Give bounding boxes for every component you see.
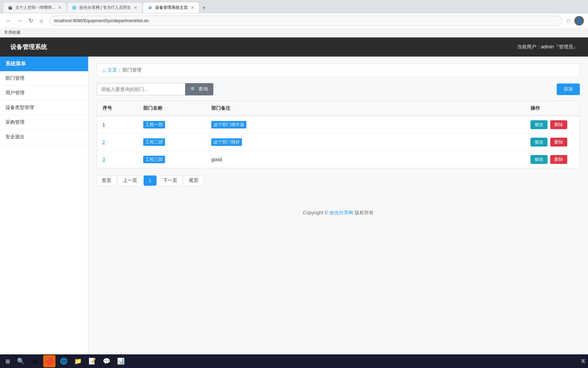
th-remark: 部门备注 bbox=[206, 101, 525, 116]
dept-name-link-3[interactable]: 工程三部 bbox=[143, 156, 165, 163]
pagination-next[interactable]: 下一页 bbox=[158, 175, 182, 186]
address-bar-row: ← → ↻ ⌂ ☆ 👤 bbox=[0, 13, 588, 28]
tab-3-close[interactable]: ✕ bbox=[191, 5, 194, 10]
browser-chrome: 🎬 太个人空间 - 哔哩哔... ✕ 🌐 拾光分享网 | 专为IT人员而生 ✕ … bbox=[0, 0, 588, 37]
remark-highlight-1: 这个部门很牛逼 bbox=[211, 121, 246, 128]
tab-2-close[interactable]: ✕ bbox=[134, 5, 137, 10]
sidebar-item-equip-type[interactable]: 设备类型管理 bbox=[0, 101, 88, 115]
delete-button-2[interactable]: 删除 bbox=[550, 138, 567, 147]
remark-highlight-2: 这个部门很好 bbox=[211, 138, 242, 146]
taskbar-icon-app[interactable]: 📊 bbox=[115, 355, 127, 356]
cell-remark-3: good bbox=[206, 151, 525, 168]
add-button[interactable]: 添加 bbox=[557, 83, 580, 95]
cell-name-1: 工程一部 bbox=[138, 116, 206, 134]
cell-action-3: 修改 删除 bbox=[525, 151, 579, 168]
sidebar-item-user[interactable]: 用户管理 bbox=[0, 86, 88, 101]
nav-buttons: ← → ↻ ⌂ bbox=[4, 16, 46, 26]
taskbar-icon-file[interactable]: 📁 bbox=[72, 355, 84, 356]
bookmark-bar-text: 常用收藏 bbox=[4, 30, 20, 35]
app-title: 设备管理系统 bbox=[10, 43, 47, 51]
pagination-prev[interactable]: 上一页 bbox=[118, 175, 142, 186]
cell-remark-1: 这个部门很牛逼 bbox=[206, 116, 525, 134]
back-button[interactable]: ← bbox=[4, 16, 14, 26]
taskbar-icon-word[interactable]: 📝 bbox=[86, 355, 98, 356]
cell-seq-3: 3 bbox=[97, 151, 138, 168]
dept-name-link-1[interactable]: 工程一部 bbox=[143, 121, 165, 128]
user-account-button[interactable]: 👤 bbox=[574, 16, 584, 26]
search-icon: 🔍 bbox=[191, 87, 196, 92]
tab-1-favicon: 🎬 bbox=[8, 5, 13, 10]
breadcrumb-current: 部门管理 bbox=[122, 67, 142, 73]
bookmark-bar: 常用收藏 bbox=[0, 28, 588, 37]
th-seq: 序号 bbox=[97, 101, 138, 116]
remark-text-3: good bbox=[211, 157, 222, 162]
delete-button-3[interactable]: 删除 bbox=[550, 155, 567, 164]
taskbar-icon-wechat[interactable]: 💬 bbox=[100, 355, 113, 356]
th-action: 操作 bbox=[525, 101, 579, 116]
app-body: 系统菜单 部门管理 用户管理 设备类型管理 采购管理 安全退出 ⌂ 主页 / 部… bbox=[0, 57, 588, 356]
dept-name-link-2[interactable]: 工程二部 bbox=[143, 138, 165, 146]
main-content: ⌂ 主页 / 部门管理 🔍 查询 添加 序号 部门名称 bbox=[88, 57, 588, 356]
address-input[interactable] bbox=[50, 16, 562, 26]
tab-3-title: 设备管理系统主页 bbox=[155, 5, 188, 11]
taskbar: ⊞ 🔍 🗂 🔴 🌐 📁 📝 💬 📊 英 bbox=[0, 354, 588, 356]
edit-button-3[interactable]: 修改 bbox=[530, 155, 548, 164]
tab-1[interactable]: 🎬 太个人空间 - 哔哩哔... ✕ bbox=[3, 2, 67, 13]
footer-link[interactable]: 拾光分享网 bbox=[329, 210, 353, 215]
taskbar-icon-1[interactable]: 🔴 bbox=[43, 355, 55, 356]
sidebar-item-purchase[interactable]: 采购管理 bbox=[0, 115, 88, 130]
table-row: 1 工程一部 这个部门很牛逼 修改 删除 bbox=[97, 116, 579, 134]
taskbar-icon-chrome[interactable]: 🌐 bbox=[58, 355, 70, 356]
cell-name-3: 工程三部 bbox=[138, 151, 206, 168]
cell-seq-1: 1 bbox=[97, 116, 138, 134]
pagination-first[interactable]: 首页 bbox=[97, 175, 116, 186]
bookmark-star-icon[interactable]: ☆ bbox=[566, 17, 571, 25]
new-tab-button[interactable]: + bbox=[199, 3, 209, 13]
seq-link-2[interactable]: 2 bbox=[102, 139, 105, 145]
tab-2[interactable]: 🌐 拾光分享网 | 专为IT人员而生 ✕ bbox=[67, 2, 143, 13]
pagination-last[interactable]: 尾页 bbox=[184, 175, 203, 186]
table-row: 2 工程二部 这个部门很好 修改 删除 bbox=[97, 134, 579, 151]
sidebar-item-logout[interactable]: 安全退出 bbox=[0, 130, 88, 144]
tab-3-favicon: ⚙️ bbox=[148, 5, 152, 10]
toolbar: 🔍 查询 添加 bbox=[97, 83, 580, 95]
tab-1-close[interactable]: ✕ bbox=[58, 5, 62, 10]
cell-seq-2: 2 bbox=[97, 134, 138, 151]
cell-action-2: 修改 删除 bbox=[525, 134, 579, 151]
breadcrumb: ⌂ 主页 / 部门管理 bbox=[97, 63, 580, 77]
search-button[interactable]: 🔍 查询 bbox=[185, 83, 213, 95]
home-button[interactable]: ⌂ bbox=[37, 16, 46, 26]
footer-suffix: 版权所有 bbox=[353, 210, 374, 215]
search-area: 🔍 查询 bbox=[97, 83, 213, 95]
sidebar: 系统菜单 部门管理 用户管理 设备类型管理 采购管理 安全退出 bbox=[0, 57, 88, 356]
cell-name-2: 工程二部 bbox=[138, 134, 206, 151]
tab-1-title: 太个人空间 - 哔哩哔... bbox=[15, 5, 55, 11]
cell-action-1: 修改 删除 bbox=[525, 116, 579, 134]
sidebar-item-dept[interactable]: 部门管理 bbox=[0, 71, 88, 86]
tab-2-title: 拾光分享网 | 专为IT人员而生 bbox=[79, 5, 131, 11]
edit-button-1[interactable]: 修改 bbox=[530, 120, 548, 129]
breadcrumb-separator: / bbox=[119, 67, 120, 73]
home-icon: ⌂ bbox=[102, 67, 105, 73]
table-header-row: 序号 部门名称 部门备注 操作 bbox=[97, 101, 579, 116]
taskbar-task-view[interactable]: 🗂 bbox=[29, 355, 41, 356]
edit-button-2[interactable]: 修改 bbox=[530, 138, 548, 147]
tab-3[interactable]: ⚙️ 设备管理系统主页 ✕ bbox=[143, 2, 199, 13]
search-input[interactable] bbox=[97, 83, 185, 95]
seq-link-3[interactable]: 3 bbox=[102, 157, 105, 162]
reload-button[interactable]: ↻ bbox=[26, 16, 35, 26]
taskbar-cortana[interactable]: 🔍 bbox=[15, 355, 27, 356]
delete-button-1[interactable]: 删除 bbox=[550, 120, 567, 129]
table-container: 序号 部门名称 部门备注 操作 1 工程一部 bbox=[97, 101, 580, 168]
cell-remark-2: 这个部门很好 bbox=[206, 134, 525, 151]
app-header: 设备管理系统 当前用户：admin『管理员』 bbox=[0, 37, 588, 57]
tab-bar: 🎬 太个人空间 - 哔哩哔... ✕ 🌐 拾光分享网 | 专为IT人员而生 ✕ … bbox=[0, 0, 588, 13]
pagination-current[interactable]: 1 bbox=[144, 175, 157, 186]
user-info: 当前用户：admin『管理员』 bbox=[517, 44, 578, 50]
pagination: 首页 上一页 1 下一页 尾页 bbox=[97, 175, 580, 186]
breadcrumb-home-link[interactable]: 主页 bbox=[108, 67, 117, 73]
th-name: 部门名称 bbox=[138, 101, 206, 116]
footer-prefix: Copyright © bbox=[303, 210, 329, 215]
footer: Copyright © 拾光分享网 版权所有 bbox=[97, 200, 580, 226]
forward-button[interactable]: → bbox=[15, 16, 24, 26]
